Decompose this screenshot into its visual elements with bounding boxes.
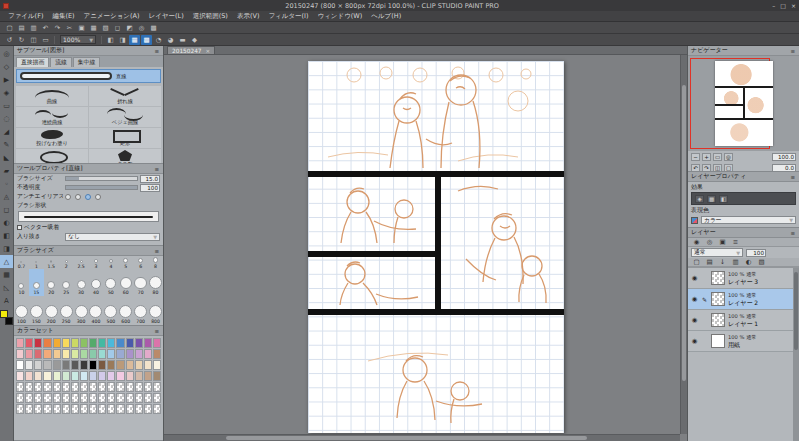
color-swatch[interactable]	[126, 349, 134, 359]
zoom-out-icon[interactable]: −	[691, 153, 700, 161]
redo-icon[interactable]: ↷	[52, 23, 63, 33]
menu-item[interactable]: 編集(E)	[48, 12, 78, 21]
color-swatch[interactable]	[16, 371, 24, 381]
brush-size-cell[interactable]: 3	[88, 256, 103, 270]
undo-icon[interactable]: ↶	[40, 23, 51, 33]
open-file-icon[interactable]: ▤	[16, 23, 27, 33]
brush-size-cell[interactable]: 60	[118, 269, 133, 296]
color-swatch[interactable]	[116, 382, 124, 392]
brush-size-cell[interactable]: 150	[29, 296, 44, 325]
antialias-none-button[interactable]	[65, 194, 71, 200]
color-swatch[interactable]	[135, 338, 143, 348]
panel-menu-icon[interactable]: ≡	[154, 248, 160, 254]
zoom-icon[interactable]: ◎	[136, 23, 147, 33]
reset-view-icon[interactable]: ▢	[724, 164, 733, 172]
color-swatch[interactable]	[116, 404, 124, 414]
color-swatch[interactable]	[16, 349, 24, 359]
layer-thumbnail[interactable]	[711, 271, 725, 285]
visibility-eye-icon[interactable]: ◉	[691, 274, 698, 282]
color-swatch[interactable]	[71, 393, 79, 403]
subtool-item[interactable]: 多角形	[89, 149, 161, 164]
color-swatch[interactable]	[53, 338, 61, 348]
color-swatch[interactable]	[126, 382, 134, 392]
color-swatch[interactable]	[80, 360, 88, 370]
color-swatch[interactable]	[89, 360, 97, 370]
timeline-icon[interactable]: ▬	[177, 35, 188, 45]
move-tool-icon[interactable]: ◇	[0, 60, 13, 73]
vector-snap-checkbox[interactable]	[17, 225, 22, 230]
maximize-button[interactable]: □	[780, 2, 786, 9]
color-swatch[interactable]	[43, 393, 51, 403]
color-swatch[interactable]	[126, 393, 134, 403]
panel-menu-icon[interactable]: ≡	[790, 174, 796, 180]
brush-size-cell[interactable]: 1.5	[44, 256, 59, 270]
brush-size-cell[interactable]: 0.7	[14, 256, 29, 270]
brush-size-cell[interactable]: 700	[133, 296, 148, 325]
color-swatch[interactable]	[89, 404, 97, 414]
color-swatch[interactable]	[144, 382, 152, 392]
copy-icon[interactable]: ▣	[76, 23, 87, 33]
color-swatch[interactable]	[144, 349, 152, 359]
color-swatch[interactable]	[71, 404, 79, 414]
color-swatch[interactable]	[153, 360, 161, 370]
subtool-item[interactable]: 矩形	[89, 128, 161, 148]
minimize-button[interactable]: –	[772, 2, 775, 9]
brush-size-cell[interactable]: 6	[133, 256, 148, 270]
frame-border-tool-icon[interactable]: ▦	[0, 268, 13, 281]
color-swatch[interactable]	[62, 338, 70, 348]
color-swatch[interactable]	[80, 371, 88, 381]
transfer-layer-icon[interactable]: ↓	[717, 257, 728, 267]
brush-size-cell[interactable]: 300	[74, 296, 89, 325]
color-swatch[interactable]	[71, 349, 79, 359]
color-swatch[interactable]	[34, 349, 42, 359]
layer-move-tool-icon[interactable]: ◈	[0, 86, 13, 99]
color-swatch[interactable]	[16, 382, 24, 392]
brush-size-cell[interactable]: 50	[103, 269, 118, 296]
menu-item[interactable]: 選択範囲(S)	[189, 12, 232, 21]
color-swatch[interactable]	[126, 338, 134, 348]
antialias-middle-button[interactable]	[85, 194, 91, 200]
background-color-chip[interactable]	[5, 317, 13, 325]
taper-combo[interactable]: なし▼	[65, 233, 160, 241]
invert-selection-icon[interactable]: ◩	[124, 23, 135, 33]
show-grid-icon[interactable]: ▩	[141, 35, 152, 45]
color-swatch[interactable]	[53, 360, 61, 370]
subtool-item[interactable]: 曲線	[16, 86, 88, 106]
eraser-tool-icon[interactable]: ◻	[0, 203, 13, 216]
text-tool-icon[interactable]: A	[0, 294, 13, 307]
canvas-vertical-scrollbar[interactable]	[680, 55, 687, 434]
layer-list-scrollbar[interactable]	[793, 268, 799, 441]
layer-row[interactable]: ◉ ✎ 100 % 通常 レイヤー 1	[688, 310, 799, 331]
color-swatch[interactable]	[107, 382, 115, 392]
color-swatch[interactable]	[16, 393, 24, 403]
color-swatch[interactable]	[34, 360, 42, 370]
rotate-right-icon[interactable]: ↷	[702, 164, 711, 172]
color-swatch[interactable]	[80, 382, 88, 392]
rotate-right-icon[interactable]: ↻	[16, 35, 27, 45]
color-swatch[interactable]	[34, 404, 42, 414]
color-swatch[interactable]	[53, 404, 61, 414]
fill-tool-icon[interactable]: ◧	[0, 229, 13, 242]
color-swatch[interactable]	[53, 349, 61, 359]
layer-row[interactable]: ◉ ✎ 100 % 通常 レイヤー 3	[688, 268, 799, 289]
subtool-item[interactable]: ベジェ曲線	[89, 107, 161, 127]
foreground-color-chip[interactable]	[0, 310, 8, 318]
save-icon[interactable]: ▥	[28, 23, 39, 33]
color-swatch[interactable]	[98, 382, 106, 392]
ruler-tool-icon[interactable]: ◺	[0, 281, 13, 294]
border-effect-icon[interactable]: ◈	[695, 195, 704, 203]
deselect-icon[interactable]: ◻	[112, 23, 123, 33]
menu-item[interactable]: レイヤー(L)	[145, 12, 188, 21]
brush-size-cell[interactable]: 8	[148, 256, 163, 270]
color-swatch[interactable]	[144, 371, 152, 381]
brush-size-cell[interactable]: 2.5	[74, 256, 89, 270]
color-swatch[interactable]	[107, 393, 115, 403]
color-swatch[interactable]	[153, 404, 161, 414]
color-swatch[interactable]	[116, 349, 124, 359]
layer-row[interactable]: ◉ ✎ 100 % 通常 用紙	[688, 331, 799, 352]
color-swatch[interactable]	[98, 404, 106, 414]
color-swatch[interactable]	[25, 360, 33, 370]
color-swatch[interactable]	[53, 382, 61, 392]
color-swatch[interactable]	[34, 382, 42, 392]
color-swatch[interactable]	[53, 393, 61, 403]
